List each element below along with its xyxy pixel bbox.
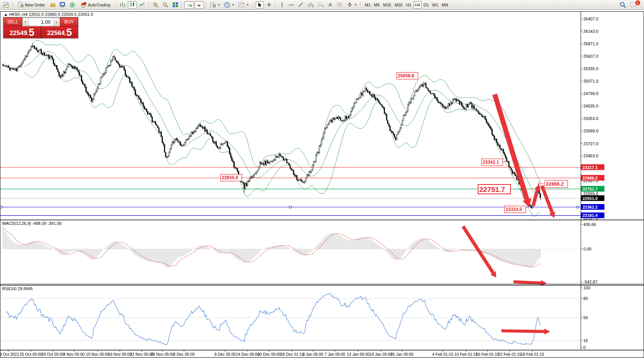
sell-price-main: 22549 (9, 29, 27, 38)
arrows-tool[interactable]: ▼ (345, 1, 359, 9)
line-selection-handle[interactable] (577, 206, 579, 208)
channel-tool[interactable]: E (306, 1, 315, 9)
annotation-text: 22324.5 (506, 207, 522, 212)
templates-button[interactable]: ▼ (237, 1, 251, 9)
ohlc-high: 22860.0 (45, 12, 60, 17)
ohlc-open: 22611.0 (29, 12, 44, 17)
autotrading-button[interactable]: AutoTrading (78, 1, 113, 9)
trendline-icon (298, 2, 304, 8)
vertical-line-tool[interactable] (278, 1, 286, 9)
date-tick-label: 16 Nov 05:00 (108, 352, 132, 356)
macd-axis-label: 0.00 (583, 247, 591, 251)
collapse-panel-icon[interactable]: ▲ (4, 12, 8, 17)
crosshair-icon (266, 2, 272, 8)
bar-chart-icon (120, 2, 126, 8)
buy-button[interactable]: BUY (60, 17, 78, 26)
price-tick-label: 24799.0 (583, 91, 598, 96)
signals-button[interactable] (68, 1, 77, 9)
annotation-text: 23342.1 (483, 160, 499, 165)
price-tick-label: 25071.0 (583, 79, 598, 83)
chart-shift-button[interactable] (195, 1, 204, 9)
timeframe-d1[interactable]: D1 (422, 1, 430, 9)
toolbar-drag-handle[interactable] (360, 2, 362, 8)
zoom-out-button[interactable] (161, 1, 170, 9)
app-icon[interactable] (2, 1, 11, 9)
date-tick-label: 22 Nov 05:00 (130, 352, 154, 356)
arrow-body[interactable] (501, 331, 544, 332)
new-order-button[interactable]: New Order (15, 1, 48, 9)
sell-button[interactable]: SELL (3, 17, 22, 26)
date-tick-label: 7 Jan 05:00 (325, 352, 345, 356)
timeframe-m1[interactable]: M1 (363, 1, 372, 9)
date-tick-label: 20 Dec 05:00 (258, 352, 281, 356)
date-tick-label: 16 Feb 01:15 (476, 352, 499, 356)
separator (275, 2, 276, 8)
tile-windows-icon (172, 2, 178, 8)
crosshair-tool-button[interactable] (265, 1, 273, 9)
timeframe-h4[interactable]: H4 (413, 1, 422, 9)
price-badge-text: 22988.2 (583, 176, 598, 180)
buy-price[interactable]: 22564.5 (41, 26, 78, 38)
tile-windows-button[interactable] (171, 1, 180, 9)
computer-icon (60, 2, 66, 8)
sell-price[interactable]: 22549.5 (3, 26, 41, 38)
price-tick-label: 26143.0 (583, 29, 598, 34)
timeframe-m30[interactable]: M30 (393, 1, 404, 9)
timeframe-w1[interactable]: W1 (431, 1, 440, 9)
zoom-in-button[interactable] (151, 1, 160, 9)
template-icon (238, 2, 245, 8)
fibonacci-tool[interactable]: F (316, 1, 325, 9)
periods-button[interactable]: ▼ (222, 1, 236, 9)
toolbar-drag-handle[interactable] (115, 2, 117, 8)
timeframe-mn[interactable]: MN (440, 1, 450, 9)
volume-input[interactable]: 1.00 (29, 18, 54, 26)
timeframe-m15[interactable]: M15 (382, 1, 393, 9)
arrow-body[interactable] (514, 282, 541, 283)
price-tick-label: 23999.0 (583, 129, 598, 133)
date-tick-label: 10 Nov 05:00 (86, 352, 110, 356)
line-selection-handle[interactable] (0, 206, 2, 208)
cursor-tool-button[interactable] (256, 1, 264, 9)
candlestick-chart-button[interactable] (128, 1, 137, 9)
volume-decrease-button[interactable]: ▼ (22, 18, 29, 26)
chart-canvas[interactable]: 25058.823342.122866.222751.722655.022324… (0, 10, 644, 358)
horizontal-line-tool[interactable] (287, 1, 296, 9)
date-tick-label: 2 Dec 05:00 (173, 352, 195, 356)
annotation-text: 22866.2 (546, 181, 564, 187)
text-label-tool[interactable]: T (335, 1, 345, 9)
bar-chart-button[interactable] (118, 1, 127, 9)
annotation-text: 22751.7 (479, 186, 505, 194)
volume-increase-button[interactable]: ▲ (54, 18, 60, 26)
macd-axis-label: 435.66 (583, 222, 596, 227)
volume-control: ▼ 1.00 ▲ (22, 17, 60, 26)
timeframe-m5[interactable]: M5 (373, 1, 381, 9)
chart-title: ▲ HK50-,H4 22611.0 22860.0 22509.5 22551… (4, 12, 93, 17)
candlestick-chart-icon (129, 2, 135, 8)
market-watch-button[interactable] (48, 1, 57, 9)
toolbar-drag-handle[interactable] (252, 2, 254, 8)
price-tick-label: 25335.0 (583, 66, 598, 71)
line-chart-button[interactable] (138, 1, 147, 9)
search-icon (619, 2, 626, 8)
indicators-button[interactable]: ▼ (209, 1, 222, 9)
line-selection-handle[interactable] (290, 206, 291, 208)
svg-text:E: E (312, 5, 314, 8)
trendline-tool[interactable] (296, 1, 305, 9)
timeframe-h1[interactable]: H1 (405, 1, 413, 9)
chat-button[interactable]: 1 (629, 1, 639, 9)
macd-label: MACD(12,26,9) -498.39 -391.05 (2, 221, 61, 226)
dropdown-caret: ▼ (247, 3, 249, 6)
search-button[interactable] (618, 1, 628, 9)
price-tick-label: 25607.0 (583, 54, 598, 58)
new-order-label: New Order (25, 3, 45, 7)
auto-scroll-button[interactable] (184, 1, 194, 9)
date-tick-label: 13 Jan 05:00 (347, 352, 370, 356)
separator (12, 2, 13, 8)
svg-text:F: F (322, 5, 324, 8)
auto-scroll-icon (186, 2, 192, 8)
one-click-trading-panel: SELL ▼ 1.00 ▲ BUY 22549.5 22564.5 (3, 17, 78, 38)
price-badge-text: 22551.0 (583, 196, 598, 201)
data-window-button[interactable] (58, 1, 67, 9)
price-tick-label: 24535.0 (583, 104, 598, 108)
text-tool[interactable]: A (326, 1, 334, 9)
